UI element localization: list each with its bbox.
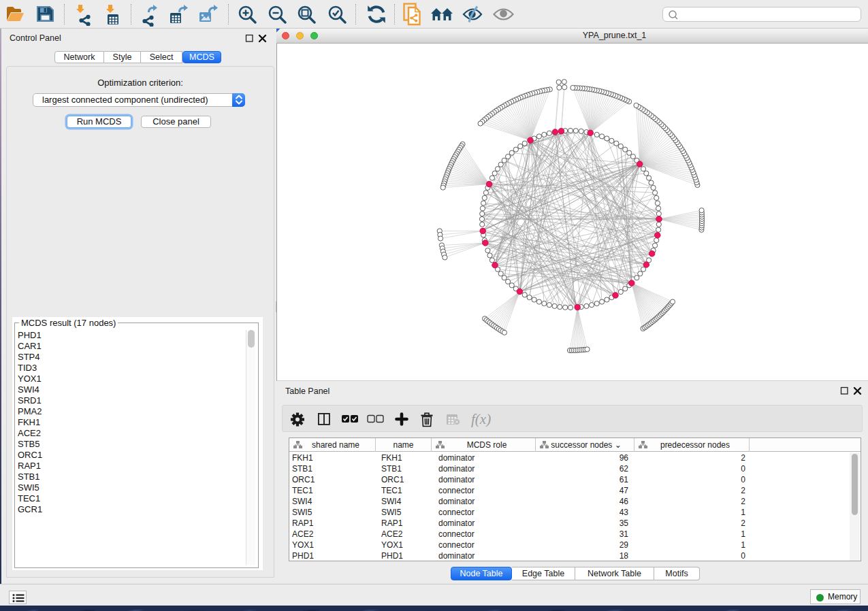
svg-text:f(x): f(x) bbox=[471, 411, 491, 427]
